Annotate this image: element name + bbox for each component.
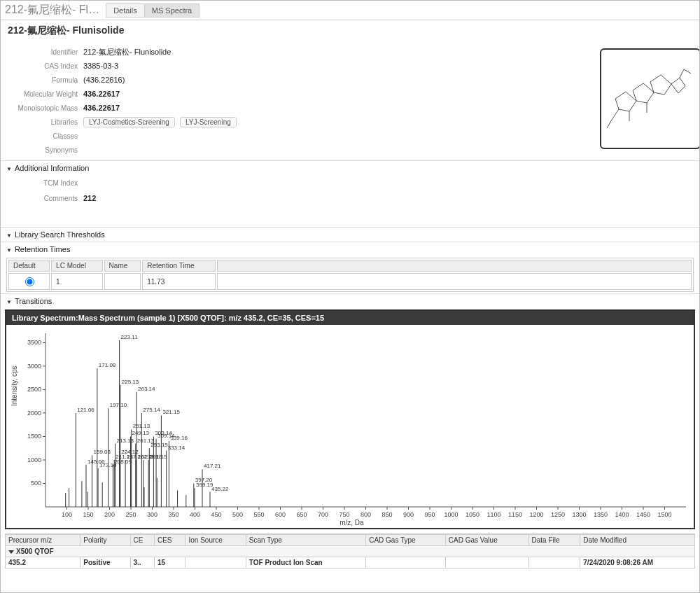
svg-text:1400: 1400 (615, 511, 629, 518)
svg-text:121.06: 121.06 (77, 407, 94, 413)
svg-text:1150: 1150 (508, 511, 522, 518)
rt-name (104, 273, 141, 290)
tab-ms-spectra[interactable]: MS Spectra (144, 4, 200, 18)
comments-value: 212 (83, 194, 96, 202)
expand-icon[interactable] (8, 550, 14, 554)
svg-text:300: 300 (147, 511, 158, 518)
pc-col-date[interactable]: Date Modified (580, 535, 695, 546)
spectrum-chart[interactable]: 5001000150020002500300035001001502002503… (6, 325, 694, 528)
svg-text:450: 450 (211, 511, 221, 518)
tab-details[interactable]: Details (106, 4, 145, 18)
svg-text:200: 200 (104, 511, 115, 518)
svg-text:223.11: 223.11 (121, 334, 139, 340)
svg-text:225.13: 225.13 (122, 379, 139, 385)
pc-col-cad-val[interactable]: CAD Gas Value (445, 535, 528, 546)
svg-text:171.08: 171.08 (99, 362, 116, 368)
compound-title: 212-氟尼缩松- Flunisolide (1, 20, 699, 41)
svg-text:900: 900 (403, 511, 414, 518)
precursor-group-row[interactable]: X500 QTOF (6, 546, 695, 557)
library-tag[interactable]: LYJ-Cosmetics-Screening (83, 117, 175, 127)
spectrum-title: Library Spectrum:Mass Spectrum (sample 1… (6, 311, 694, 325)
retention-times-table: Default LC Model Name Retention Time 1 1… (6, 258, 694, 292)
rt-col-lc-model[interactable]: LC Model (51, 260, 103, 272)
details-fields: Identifier 212-氟尼缩松- Flunisolide CAS Ind… (1, 44, 600, 158)
pc-scan-type: TOF Product Ion Scan (246, 557, 365, 568)
pc-col-data-file[interactable]: Data File (528, 535, 580, 546)
svg-text:1050: 1050 (465, 511, 479, 518)
svg-line-2 (607, 120, 612, 128)
svg-text:2500: 2500 (27, 386, 41, 393)
tab-bar: Details MS Spectra (106, 4, 200, 18)
svg-text:550: 550 (253, 511, 264, 518)
svg-text:197.10: 197.10 (110, 402, 127, 408)
pc-ion-source (186, 557, 246, 568)
y-axis-label: Intensity, cps (10, 365, 18, 406)
section-additional-info[interactable]: Additional Information (1, 160, 699, 175)
identifier-label: Identifier (1, 48, 83, 56)
svg-text:1500: 1500 (657, 511, 671, 518)
identifier-value: 212-氟尼缩松- Flunisolide (83, 47, 171, 57)
structure-thumbnail[interactable] (600, 48, 700, 149)
formula-value: (436.22616) (83, 76, 125, 84)
rt-col-rt[interactable]: Retention Time (142, 260, 216, 272)
svg-text:333.14: 333.14 (168, 445, 186, 451)
pc-ces: 15 (154, 557, 186, 568)
svg-text:321.15: 321.15 (162, 409, 180, 415)
svg-text:1450: 1450 (636, 511, 650, 518)
svg-text:1100: 1100 (486, 511, 500, 518)
svg-text:1500: 1500 (27, 433, 41, 440)
svg-text:1000: 1000 (27, 456, 41, 463)
pc-col-ion-source[interactable]: Ion Source (186, 535, 246, 546)
rt-default-radio[interactable] (25, 277, 34, 286)
svg-text:275.14: 275.14 (143, 407, 160, 413)
precursor-table: Precursor m/z Polarity CE CES Ion Source… (5, 533, 695, 568)
svg-text:800: 800 (360, 511, 371, 518)
svg-text:291.15: 291.15 (150, 454, 167, 460)
svg-text:2000: 2000 (27, 410, 41, 417)
spectrum-svg: 5001000150020002500300035001001502002503… (6, 325, 694, 528)
x-axis-label: m/z, Da (340, 519, 363, 526)
svg-text:1300: 1300 (572, 511, 586, 518)
rt-value: 11.73 (142, 273, 216, 290)
cas-label: CAS Index (1, 62, 83, 70)
pc-ce: 3.. (130, 557, 154, 568)
spectrum-panel: Library Spectrum:Mass Spectrum (sample 1… (5, 309, 695, 529)
pc-col-mz[interactable]: Precursor m/z (6, 535, 80, 546)
mono-label: Monoisotopic Mass (1, 104, 83, 112)
rt-lc-model: 1 (51, 273, 103, 290)
svg-text:1000: 1000 (444, 511, 458, 518)
svg-text:850: 850 (382, 511, 392, 518)
precursor-row[interactable]: 435.2 Positive 3.. 15 TOF Product Ion Sc… (6, 557, 695, 568)
comments-label: Comments (1, 195, 83, 202)
window-title: 212-氟尼缩松- Fl… (5, 3, 99, 18)
pc-mz: 435.2 (6, 557, 80, 568)
svg-text:750: 750 (339, 511, 349, 518)
rt-row[interactable]: 1 11.73 (8, 273, 692, 290)
pc-cad-val (445, 557, 528, 568)
svg-text:100: 100 (62, 511, 72, 518)
app-window: 212-氟尼缩松- Fl… Details MS Spectra 212-氟尼缩… (0, 0, 700, 593)
rt-col-default[interactable]: Default (8, 260, 50, 272)
precursor-group-label: X500 QTOF (16, 547, 54, 555)
section-transitions[interactable]: Transitions (1, 293, 699, 308)
pc-col-cad-type[interactable]: CAD Gas Type (366, 535, 446, 546)
pc-col-ces[interactable]: CES (154, 535, 186, 546)
section-library-search-thresholds[interactable]: Library Search Thresholds (1, 227, 699, 242)
svg-text:150: 150 (83, 511, 93, 518)
libraries-value: LYJ-Cosmetics-Screening LYJ-Screening (83, 117, 239, 127)
pc-col-scan-type[interactable]: Scan Type (246, 535, 365, 546)
svg-text:3000: 3000 (27, 363, 41, 370)
section-retention-times[interactable]: Retention Times (1, 242, 699, 256)
library-tag[interactable]: LYJ-Screening (180, 117, 237, 127)
rt-col-name[interactable]: Name (104, 260, 141, 272)
title-bar: 212-氟尼缩松- Fl… Details MS Spectra (1, 1, 699, 20)
pc-col-ce[interactable]: CE (130, 535, 154, 546)
pc-col-polarity[interactable]: Polarity (80, 535, 130, 546)
svg-text:263.14: 263.14 (138, 386, 155, 392)
svg-text:339.16: 339.16 (170, 435, 188, 441)
synonyms-label: Synonyms (1, 146, 83, 154)
svg-text:400: 400 (190, 511, 200, 518)
details-panel: Identifier 212-氟尼缩松- Flunisolide CAS Ind… (1, 41, 699, 160)
svg-text:1350: 1350 (594, 511, 608, 518)
mw-label: Molecular Weight (1, 90, 83, 98)
